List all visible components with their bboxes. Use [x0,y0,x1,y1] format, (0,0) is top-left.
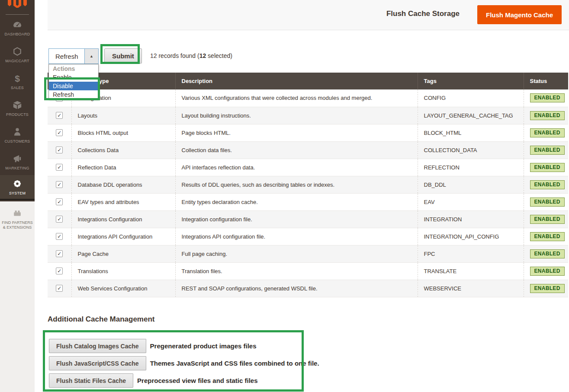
row-checkbox[interactable]: ✓ [56,129,63,136]
sidebar-item-find-partners[interactable]: FIND PARTNERS & EXTENSIONS [0,208,35,229]
checkbox-cell: ✓ [48,124,71,141]
sidebar-item-products[interactable]: PRODUCTS [0,100,35,117]
status-badge: ENABLED [530,180,565,189]
description-cell: API interfaces reflection data. [175,159,418,176]
row-checkbox[interactable]: ✓ [56,285,63,292]
mass-action-selected-value: Refresh [49,49,84,64]
dropdown-option-disable[interactable]: Disable [49,82,98,90]
dropdown-option-refresh[interactable]: Refresh [49,90,98,99]
flush-cache-storage-button[interactable]: Flush Cache Storage [386,10,460,18]
table-row: ✓Collections DataCollection data files.C… [48,141,568,159]
checkmark-icon: ✓ [57,199,61,204]
cache-type-cell: Blocks HTML output [71,124,175,141]
magento-logo-icon[interactable] [7,0,27,8]
checkmark-icon: ✓ [57,286,61,291]
tags-cell: INTEGRATION_API_CONFIG [418,228,524,245]
flush-js-css-button[interactable]: Flush JavaScript/CSS Cache [49,356,146,370]
flush-catalog-images-button[interactable]: Flush Catalog Images Cache [49,339,146,353]
checkmark-icon: ✓ [57,165,61,170]
flush-magento-cache-button[interactable]: Flush Magento Cache [477,5,562,24]
sidebar-item-marketing[interactable]: MARKETING [0,154,35,170]
checkmark-icon: ✓ [57,147,61,153]
records-count: 12 [199,52,206,59]
row-checkbox[interactable]: ✓ [56,147,63,153]
checkmark-icon: ✓ [57,251,61,256]
row-checkbox[interactable]: ✓ [56,216,63,223]
description-cell: Page blocks HTML. [175,124,418,141]
checkbox-cell: ✓ [48,280,71,297]
status-badge: ENABLED [530,93,565,102]
column-header-tags[interactable]: Tags [418,73,524,89]
sidebar-item-magiccart[interactable]: MAGICCART [0,47,35,63]
checkbox-cell: ✓ [48,210,71,228]
tags-cell: INTEGRATION [418,210,524,228]
row-checkbox[interactable]: ✓ [56,233,63,240]
status-cell: ENABLED [524,228,568,245]
row-checkbox[interactable]: ✓ [56,250,63,257]
flush-catalog-images-row: Flush Catalog Images Cache Pregenerated … [49,339,257,353]
sidebar-item-system[interactable]: SYSTEM [0,175,35,200]
column-header-description[interactable]: Description [175,73,418,89]
chevron-up-icon[interactable]: ▲ [84,49,98,64]
system-icon [0,179,35,189]
row-checkbox[interactable]: ✓ [56,198,63,205]
checkmark-icon: ✓ [57,268,61,274]
status-cell: ENABLED [524,193,568,210]
records-found-text: 12 records found (12 selected) [150,52,232,59]
status-cell: ENABLED [524,159,568,176]
checkbox-cell: ✓ [48,193,71,210]
row-checkbox[interactable]: ✓ [56,181,63,188]
sidebar-divider [6,14,29,15]
mass-action-dropdown: Actions Enable Disable Refresh [48,64,99,99]
description-cell: Translation files. [175,262,418,280]
sidebar-item-label: MAGICCART [0,59,35,63]
cache-type-cell: Layouts [71,107,175,124]
description-cell: Integrations API configuration file. [175,228,418,245]
description-cell: Integration configuration file. [175,210,418,228]
dropdown-option-enable[interactable]: Enable [49,73,98,82]
extensions-icon [13,212,22,219]
row-checkbox[interactable]: ✓ [56,268,63,274]
flush-static-files-button[interactable]: Flush Static Files Cache [49,373,133,388]
tags-cell: CONFIG [418,89,524,107]
records-suffix: selected) [206,52,232,59]
sidebar-item-customers[interactable]: CUSTOMERS [0,127,35,143]
sidebar-lower [0,201,35,392]
flush-catalog-images-description: Pregenerated product images files [150,342,257,350]
products-icon [0,100,35,111]
additional-cache-title: Additional Cache Management [48,315,154,324]
status-badge: ENABLED [530,215,565,224]
tags-cell: DB_DDL [418,176,524,193]
tags-cell: COLLECTION_DATA [418,141,524,159]
flush-static-files-row: Flush Static Files Cache Preprocessed vi… [49,373,258,388]
submit-button[interactable]: Submit [104,48,142,64]
sidebar: DASHBOARD MAGICCART $ SALES PRODUCTS CUS… [0,0,35,201]
status-badge: ENABLED [530,111,565,120]
checkmark-icon: ✓ [57,113,61,118]
description-cell: REST and SOAP configurations, generated … [175,280,418,297]
records-prefix: 12 records found ( [150,52,199,59]
tags-cell: FPC [418,245,524,262]
mass-action-select[interactable]: Refresh ▲ [48,48,99,64]
cache-type-cell: EAV types and attributes [71,193,175,210]
tags-cell: TRANSLATE [418,262,524,280]
row-checkbox[interactable]: ✓ [56,112,63,119]
dropdown-group-label: Actions [49,64,98,73]
status-badge: ENABLED [530,284,565,293]
page-header-band: Flush Cache Storage Flush Magento Cache [48,0,569,30]
cache-type-cell: Reflection Data [71,159,175,176]
sales-icon: $ [0,73,35,84]
row-checkbox[interactable]: ✓ [56,164,63,171]
sidebar-item-dashboard[interactable]: DASHBOARD [0,20,35,36]
status-badge: ENABLED [530,128,565,137]
table-row: ✓TranslationsTranslation files.TRANSLATE… [48,262,568,280]
tags-cell: WEBSERVICE [418,280,524,297]
description-cell: Full page caching. [175,245,418,262]
checkbox-cell: ✓ [48,245,71,262]
table-row: ✓EAV types and attributesEntity types de… [48,193,568,210]
status-badge: ENABLED [530,249,565,258]
cache-type-cell: Collections Data [71,141,175,159]
column-header-status[interactable]: Status [524,73,568,89]
sidebar-item-sales[interactable]: $ SALES [0,73,35,90]
checkmark-icon: ✓ [57,130,61,135]
